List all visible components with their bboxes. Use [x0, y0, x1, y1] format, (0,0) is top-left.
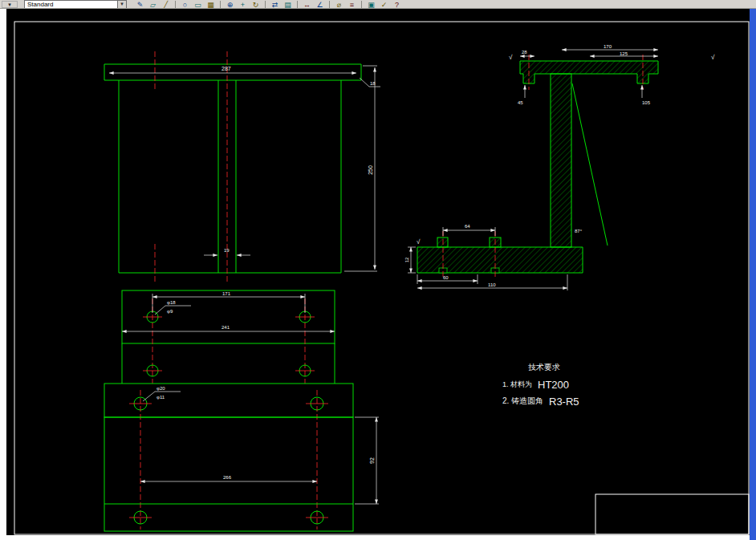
corner-arrow-icon: ▾: [8, 2, 11, 7]
roughness-icon: √: [711, 54, 715, 61]
roughness-icon: √: [509, 54, 513, 61]
window-right-border: [750, 9, 756, 540]
grid-icon[interactable]: ▦: [205, 1, 216, 9]
section-view: 28 170 125 45 105 64 12 60 110: [404, 44, 715, 290]
toolbar-separator: [361, 1, 362, 8]
tech-req-item1-value: HT200: [538, 379, 569, 391]
dim-sec-bot-inner: 60: [443, 275, 449, 280]
check-icon[interactable]: ✓: [379, 1, 389, 9]
dim-sec-bot-outer: 110: [488, 282, 496, 287]
dim-front-leader: 18: [370, 81, 376, 86]
line-icon[interactable]: ╱: [161, 1, 171, 9]
front-view: 287 250 19 18: [104, 51, 380, 282]
erase-icon[interactable]: ▱: [148, 1, 158, 9]
toolbar-separator: [265, 1, 266, 8]
dim-front-width: 287: [222, 66, 231, 71]
drawing-canvas[interactable]: 287 250 19 18: [0, 9, 756, 540]
dim-plan-dia2: φ9: [167, 309, 173, 314]
toolbar-icon-row: ✎ ▱ ╱ ○ ▭ ▦ ⊕ + ↻ ⇄ ▤ ↔ ∠ ⌀ ≡ ▣ ✓ ?: [135, 0, 402, 9]
dim-sec-angle: 87°: [575, 229, 583, 233]
dim-front-height: 250: [368, 165, 373, 175]
paper-left-margin: [0, 9, 6, 535]
dim-base-dia2: φ11: [156, 395, 165, 400]
dim-sec-mid: 64: [465, 224, 470, 229]
array-icon[interactable]: ▤: [282, 1, 293, 9]
roughness-icon: √: [417, 238, 421, 246]
move-icon[interactable]: +: [238, 1, 248, 9]
rectangle-icon[interactable]: ▭: [193, 1, 203, 9]
window-bottom-edge: [0, 535, 756, 540]
dim-plan-width: 241: [222, 325, 230, 330]
mirror-icon[interactable]: ⇄: [270, 1, 280, 9]
toolbar-separator: [175, 1, 176, 8]
angle-icon[interactable]: ∠: [315, 1, 325, 9]
toolbar: ▾ Standard ▼ ✎ ▱ ╱ ○ ▭ ▦ ⊕ + ↻ ⇄ ▤ ↔ ∠ ⌀…: [0, 0, 756, 9]
layers-icon[interactable]: ≡: [347, 1, 357, 9]
style-dropdown-value: Standard: [27, 1, 53, 9]
dim-sec-right-thk: 105: [642, 100, 651, 105]
cad-application-window: ▾ Standard ▼ ✎ ▱ ╱ ○ ▭ ▦ ⊕ + ↻ ⇄ ▤ ↔ ∠ ⌀…: [0, 0, 756, 540]
dim-plan-dia1: φ18: [167, 300, 176, 305]
dim-front-slot: 19: [224, 248, 230, 253]
tech-req-item2-value: R3-R5: [549, 396, 579, 408]
dim-base-h: 92: [369, 457, 375, 464]
drawing-svg: 287 250 19 18: [0, 9, 756, 540]
toolbar-separator: [220, 1, 221, 8]
dim-sec-base-h: 12: [404, 257, 409, 262]
chevron-down-icon: ▼: [117, 1, 126, 8]
style-dropdown[interactable]: Standard ▼: [24, 0, 127, 9]
toolbar-separator: [329, 1, 330, 8]
tech-req-item1-prefix: 1. 材料为: [502, 380, 532, 388]
toolbar-separator: [297, 1, 298, 8]
sheet-frame: [14, 22, 749, 534]
dim-sec-top-inner: 125: [620, 51, 628, 56]
rotate-icon[interactable]: ↻: [250, 1, 261, 9]
title-block: [595, 494, 749, 534]
diameter-icon[interactable]: ⌀: [334, 1, 344, 9]
dim-sec-left-top: 28: [522, 50, 527, 55]
tech-req-item2-prefix: 2. 铸造圆角: [502, 396, 543, 405]
circle-icon[interactable]: ○: [180, 1, 190, 9]
dim-base-dia1: φ20: [156, 386, 165, 391]
dim-plan-span: 171: [222, 291, 231, 296]
plan-view: φ18 φ9 171 241: [122, 290, 335, 384]
dimension-icon[interactable]: ↔: [302, 1, 312, 9]
base-view: φ20 φ11 266 92: [104, 384, 379, 531]
snap-icon[interactable]: ⊕: [225, 1, 235, 9]
dim-sec-left-thk: 45: [518, 100, 523, 105]
tech-req-title: 技术要求: [528, 363, 560, 372]
dim-sec-top-outer: 170: [604, 44, 612, 49]
match-icon[interactable]: ▣: [366, 1, 376, 9]
dim-base-span: 266: [223, 475, 232, 480]
technical-requirements: 技术要求 1. 材料为 HT200 2. 铸造圆角 R3-R5: [502, 363, 579, 408]
toolbar-corner-button[interactable]: ▾: [2, 1, 18, 8]
help-icon[interactable]: ?: [392, 1, 402, 9]
sketch-icon[interactable]: ✎: [135, 1, 145, 9]
